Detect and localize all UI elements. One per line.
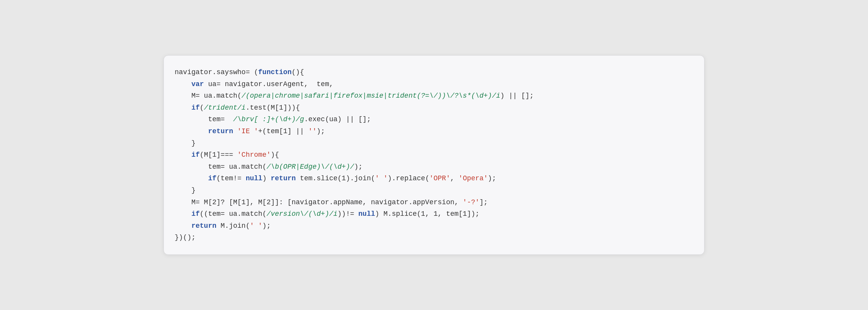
code-block: navigator.sayswho= (function(){ var ua= … [175,66,690,244]
code-container: navigator.sayswho= (function(){ var ua= … [163,55,705,255]
